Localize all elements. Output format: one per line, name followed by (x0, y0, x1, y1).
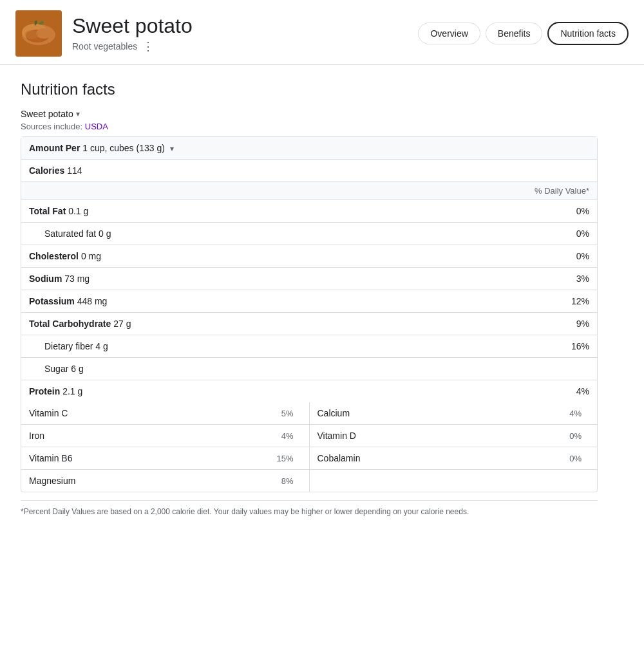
vit-pct: 15% (276, 454, 293, 463)
page-header: Sweet potato Root vegetables ⋮ Overview … (0, 0, 644, 65)
amount-per-label: Amount Per (29, 143, 80, 153)
vit-name: Calcium (317, 408, 570, 418)
row-potassium: Potassium 448 mg 12% (21, 290, 597, 313)
food-subtitle: Root vegetables ⋮ (72, 39, 408, 53)
vit-pct: 5% (281, 409, 294, 418)
usda-link[interactable]: USDA (85, 122, 108, 131)
tab-nutrition-facts[interactable]: Nutrition facts (547, 22, 629, 45)
vitamins-row-3: Vitamin B6 15% Cobalamin 0% (21, 447, 597, 470)
header-info: Sweet potato Root vegetables ⋮ (72, 14, 408, 53)
vit-name: Vitamin C (29, 408, 281, 418)
vit-name: Vitamin D (317, 431, 570, 441)
row-saturated-fat: Saturated fat 0 g 0% (21, 223, 597, 245)
svg-point-5 (25, 30, 38, 39)
vit-cell-magnesium: Magnesium 8% (21, 470, 310, 492)
calories-label: Calories (29, 165, 64, 176)
row-dv: 0% (557, 228, 589, 239)
svg-point-4 (36, 28, 52, 39)
row-sugar: Sugar 6 g (21, 358, 597, 380)
row-dv: 12% (557, 296, 589, 306)
row-protein: Protein 2.1 g 4% (21, 380, 597, 402)
calories-value: 114 (67, 165, 82, 176)
row-label: Dietary fiber 4 g (29, 341, 557, 351)
vit-cell-vitamin-d: Vitamin D 0% (310, 425, 598, 447)
calories-row: Calories 114 (21, 160, 597, 182)
food-category: Root vegetables (72, 41, 137, 51)
row-label: Cholesterol 0 mg (29, 251, 557, 261)
row-label: Sodium 73 mg (29, 274, 557, 284)
row-dv: 9% (557, 319, 589, 329)
vit-name: Cobalamin (317, 453, 570, 463)
vitamins-row-2: Iron 4% Vitamin D 0% (21, 425, 597, 447)
row-dv: 4% (557, 386, 589, 396)
daily-value-header: % Daily Value* (21, 182, 597, 200)
vit-name: Iron (29, 431, 281, 441)
row-label: Saturated fat 0 g (29, 228, 557, 239)
tab-overview[interactable]: Overview (418, 23, 480, 44)
row-cholesterol: Cholesterol 0 mg 0% (21, 245, 597, 268)
food-selector[interactable]: Sweet potato ▾ (21, 109, 598, 119)
row-dv: 0% (557, 251, 589, 261)
row-label: Sugar 6 g (29, 364, 557, 374)
vit-name: Vitamin B6 (29, 453, 276, 463)
tab-benefits[interactable]: Benefits (486, 23, 543, 44)
row-total-carbohydrate: Total Carbohydrate 27 g 9% (21, 313, 597, 335)
row-label: Protein 2.1 g (29, 386, 557, 396)
row-dietary-fiber: Dietary fiber 4 g 16% (21, 335, 597, 358)
vitamins-row-1: Vitamin C 5% Calcium 4% (21, 402, 597, 425)
section-title: Nutrition facts (21, 80, 598, 98)
vitamins-section: Vitamin C 5% Calcium 4% Iron 4% Vitamin … (21, 402, 597, 492)
row-dv: 16% (557, 341, 589, 351)
row-dv: 0% (557, 206, 589, 216)
more-icon[interactable]: ⋮ (142, 39, 154, 53)
vit-cell-vitamin-b6: Vitamin B6 15% (21, 447, 310, 469)
amount-per-serving: 1 cup, cubes (133 g) (82, 143, 165, 153)
vitamins-row-4: Magnesium 8% (21, 470, 597, 492)
daily-value-header-label: % Daily Value* (535, 186, 589, 196)
sources-line: Sources include: USDA (21, 122, 598, 131)
main-content: Nutrition facts Sweet potato ▾ Sources i… (0, 65, 618, 532)
nutrition-table: Amount Per 1 cup, cubes (133 g) ▾ Calori… (21, 136, 598, 492)
dropdown-arrow-icon[interactable]: ▾ (76, 109, 80, 118)
nutrition-rows: Total Fat 0.1 g 0% Saturated fat 0 g 0% … (21, 200, 597, 402)
vit-cell-calcium: Calcium 4% (310, 402, 598, 424)
header-tabs: Overview Benefits Nutrition facts (418, 22, 629, 45)
disclaimer: *Percent Daily Values are based on a 2,0… (21, 500, 598, 516)
row-label: Total Carbohydrate 27 g (29, 319, 557, 329)
vit-pct: 8% (281, 476, 294, 486)
row-total-fat: Total Fat 0.1 g 0% (21, 200, 597, 223)
row-dv: 3% (557, 274, 589, 284)
food-image (15, 10, 62, 57)
vit-cell-empty (310, 470, 598, 492)
vit-pct: 4% (281, 431, 294, 441)
vit-cell-vitamin-c: Vitamin C 5% (21, 402, 310, 424)
food-title: Sweet potato (72, 14, 408, 38)
amount-per-dropdown-icon[interactable]: ▾ (170, 144, 174, 153)
row-label: Total Fat 0.1 g (29, 206, 557, 216)
sources-label: Sources include: (21, 122, 82, 131)
row-label: Potassium 448 mg (29, 296, 557, 306)
vit-name: Magnesium (29, 476, 281, 486)
vit-pct: 0% (569, 454, 582, 463)
vit-pct: 4% (569, 409, 582, 418)
amount-per-row: Amount Per 1 cup, cubes (133 g) ▾ (21, 137, 597, 160)
row-sodium: Sodium 73 mg 3% (21, 268, 597, 290)
vit-cell-cobalamin: Cobalamin 0% (310, 447, 598, 469)
vit-cell-iron: Iron 4% (21, 425, 310, 447)
disclaimer-text: *Percent Daily Values are based on a 2,0… (21, 507, 469, 516)
food-selector-name: Sweet potato (21, 109, 73, 119)
vit-pct: 0% (569, 431, 582, 441)
